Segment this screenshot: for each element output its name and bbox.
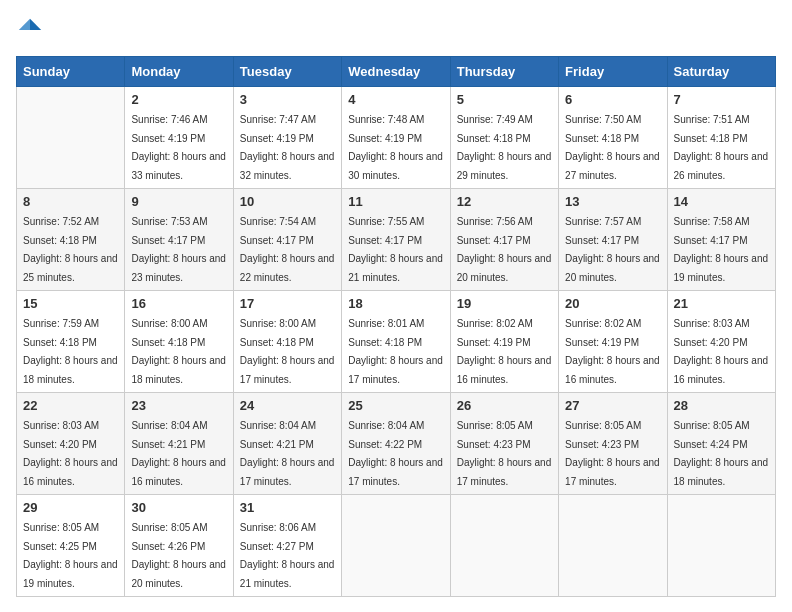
- day-number: 3: [240, 92, 335, 107]
- day-info: Sunrise: 8:06 AM Sunset: 4:27 PM Dayligh…: [240, 522, 335, 589]
- day-info: Sunrise: 7:56 AM Sunset: 4:17 PM Dayligh…: [457, 216, 552, 283]
- table-row: 8 Sunrise: 7:52 AM Sunset: 4:18 PM Dayli…: [17, 189, 125, 291]
- calendar-row: 29 Sunrise: 8:05 AM Sunset: 4:25 PM Dayl…: [17, 495, 776, 597]
- table-row: 22 Sunrise: 8:03 AM Sunset: 4:20 PM Dayl…: [17, 393, 125, 495]
- table-row: 4 Sunrise: 7:48 AM Sunset: 4:19 PM Dayli…: [342, 87, 450, 189]
- day-info: Sunrise: 8:04 AM Sunset: 4:21 PM Dayligh…: [240, 420, 335, 487]
- calendar-row: 2 Sunrise: 7:46 AM Sunset: 4:19 PM Dayli…: [17, 87, 776, 189]
- calendar-table: Sunday Monday Tuesday Wednesday Thursday…: [16, 56, 776, 597]
- col-sunday: Sunday: [17, 57, 125, 87]
- day-number: 10: [240, 194, 335, 209]
- table-row: 13 Sunrise: 7:57 AM Sunset: 4:17 PM Dayl…: [559, 189, 667, 291]
- page-header: [16, 16, 776, 44]
- table-row: 17 Sunrise: 8:00 AM Sunset: 4:18 PM Dayl…: [233, 291, 341, 393]
- day-number: 5: [457, 92, 552, 107]
- day-info: Sunrise: 8:05 AM Sunset: 4:24 PM Dayligh…: [674, 420, 769, 487]
- day-number: 23: [131, 398, 226, 413]
- day-number: 26: [457, 398, 552, 413]
- day-info: Sunrise: 8:05 AM Sunset: 4:26 PM Dayligh…: [131, 522, 226, 589]
- table-row: [17, 87, 125, 189]
- table-row: 10 Sunrise: 7:54 AM Sunset: 4:17 PM Dayl…: [233, 189, 341, 291]
- logo-icon: [16, 16, 44, 44]
- day-info: Sunrise: 8:00 AM Sunset: 4:18 PM Dayligh…: [131, 318, 226, 385]
- table-row: 12 Sunrise: 7:56 AM Sunset: 4:17 PM Dayl…: [450, 189, 558, 291]
- day-number: 4: [348, 92, 443, 107]
- table-row: 31 Sunrise: 8:06 AM Sunset: 4:27 PM Dayl…: [233, 495, 341, 597]
- col-friday: Friday: [559, 57, 667, 87]
- day-info: Sunrise: 8:05 AM Sunset: 4:23 PM Dayligh…: [565, 420, 660, 487]
- day-number: 12: [457, 194, 552, 209]
- table-row: 24 Sunrise: 8:04 AM Sunset: 4:21 PM Dayl…: [233, 393, 341, 495]
- day-info: Sunrise: 7:51 AM Sunset: 4:18 PM Dayligh…: [674, 114, 769, 181]
- day-number: 16: [131, 296, 226, 311]
- table-row: 20 Sunrise: 8:02 AM Sunset: 4:19 PM Dayl…: [559, 291, 667, 393]
- day-number: 21: [674, 296, 769, 311]
- day-info: Sunrise: 7:52 AM Sunset: 4:18 PM Dayligh…: [23, 216, 118, 283]
- day-info: Sunrise: 8:02 AM Sunset: 4:19 PM Dayligh…: [565, 318, 660, 385]
- table-row: 25 Sunrise: 8:04 AM Sunset: 4:22 PM Dayl…: [342, 393, 450, 495]
- day-info: Sunrise: 8:03 AM Sunset: 4:20 PM Dayligh…: [23, 420, 118, 487]
- table-row: 14 Sunrise: 7:58 AM Sunset: 4:17 PM Dayl…: [667, 189, 775, 291]
- day-number: 7: [674, 92, 769, 107]
- table-row: 27 Sunrise: 8:05 AM Sunset: 4:23 PM Dayl…: [559, 393, 667, 495]
- day-number: 27: [565, 398, 660, 413]
- svg-marker-1: [19, 19, 30, 30]
- calendar-row: 22 Sunrise: 8:03 AM Sunset: 4:20 PM Dayl…: [17, 393, 776, 495]
- col-tuesday: Tuesday: [233, 57, 341, 87]
- day-number: 2: [131, 92, 226, 107]
- day-number: 15: [23, 296, 118, 311]
- day-number: 24: [240, 398, 335, 413]
- day-number: 30: [131, 500, 226, 515]
- day-info: Sunrise: 7:50 AM Sunset: 4:18 PM Dayligh…: [565, 114, 660, 181]
- header-row: Sunday Monday Tuesday Wednesday Thursday…: [17, 57, 776, 87]
- day-number: 28: [674, 398, 769, 413]
- table-row: 23 Sunrise: 8:04 AM Sunset: 4:21 PM Dayl…: [125, 393, 233, 495]
- day-info: Sunrise: 7:47 AM Sunset: 4:19 PM Dayligh…: [240, 114, 335, 181]
- day-number: 14: [674, 194, 769, 209]
- table-row: 3 Sunrise: 7:47 AM Sunset: 4:19 PM Dayli…: [233, 87, 341, 189]
- day-info: Sunrise: 7:53 AM Sunset: 4:17 PM Dayligh…: [131, 216, 226, 283]
- day-info: Sunrise: 7:54 AM Sunset: 4:17 PM Dayligh…: [240, 216, 335, 283]
- table-row: [450, 495, 558, 597]
- day-number: 20: [565, 296, 660, 311]
- day-info: Sunrise: 7:55 AM Sunset: 4:17 PM Dayligh…: [348, 216, 443, 283]
- calendar-row: 8 Sunrise: 7:52 AM Sunset: 4:18 PM Dayli…: [17, 189, 776, 291]
- table-row: 11 Sunrise: 7:55 AM Sunset: 4:17 PM Dayl…: [342, 189, 450, 291]
- table-row: 30 Sunrise: 8:05 AM Sunset: 4:26 PM Dayl…: [125, 495, 233, 597]
- day-info: Sunrise: 7:49 AM Sunset: 4:18 PM Dayligh…: [457, 114, 552, 181]
- day-number: 17: [240, 296, 335, 311]
- table-row: 26 Sunrise: 8:05 AM Sunset: 4:23 PM Dayl…: [450, 393, 558, 495]
- table-row: 16 Sunrise: 8:00 AM Sunset: 4:18 PM Dayl…: [125, 291, 233, 393]
- day-info: Sunrise: 7:48 AM Sunset: 4:19 PM Dayligh…: [348, 114, 443, 181]
- col-thursday: Thursday: [450, 57, 558, 87]
- day-info: Sunrise: 8:01 AM Sunset: 4:18 PM Dayligh…: [348, 318, 443, 385]
- day-info: Sunrise: 8:05 AM Sunset: 4:25 PM Dayligh…: [23, 522, 118, 589]
- day-info: Sunrise: 8:04 AM Sunset: 4:22 PM Dayligh…: [348, 420, 443, 487]
- day-number: 22: [23, 398, 118, 413]
- table-row: [342, 495, 450, 597]
- table-row: 2 Sunrise: 7:46 AM Sunset: 4:19 PM Dayli…: [125, 87, 233, 189]
- day-info: Sunrise: 8:03 AM Sunset: 4:20 PM Dayligh…: [674, 318, 769, 385]
- day-number: 29: [23, 500, 118, 515]
- table-row: [559, 495, 667, 597]
- col-saturday: Saturday: [667, 57, 775, 87]
- day-info: Sunrise: 8:00 AM Sunset: 4:18 PM Dayligh…: [240, 318, 335, 385]
- day-number: 31: [240, 500, 335, 515]
- day-info: Sunrise: 7:46 AM Sunset: 4:19 PM Dayligh…: [131, 114, 226, 181]
- table-row: 5 Sunrise: 7:49 AM Sunset: 4:18 PM Dayli…: [450, 87, 558, 189]
- day-info: Sunrise: 8:05 AM Sunset: 4:23 PM Dayligh…: [457, 420, 552, 487]
- table-row: 9 Sunrise: 7:53 AM Sunset: 4:17 PM Dayli…: [125, 189, 233, 291]
- logo: [16, 16, 48, 44]
- day-info: Sunrise: 8:02 AM Sunset: 4:19 PM Dayligh…: [457, 318, 552, 385]
- svg-marker-0: [30, 19, 41, 30]
- day-number: 8: [23, 194, 118, 209]
- table-row: 29 Sunrise: 8:05 AM Sunset: 4:25 PM Dayl…: [17, 495, 125, 597]
- day-number: 11: [348, 194, 443, 209]
- day-info: Sunrise: 7:57 AM Sunset: 4:17 PM Dayligh…: [565, 216, 660, 283]
- day-number: 19: [457, 296, 552, 311]
- day-number: 13: [565, 194, 660, 209]
- table-row: [667, 495, 775, 597]
- calendar-row: 15 Sunrise: 7:59 AM Sunset: 4:18 PM Dayl…: [17, 291, 776, 393]
- day-info: Sunrise: 7:58 AM Sunset: 4:17 PM Dayligh…: [674, 216, 769, 283]
- day-number: 25: [348, 398, 443, 413]
